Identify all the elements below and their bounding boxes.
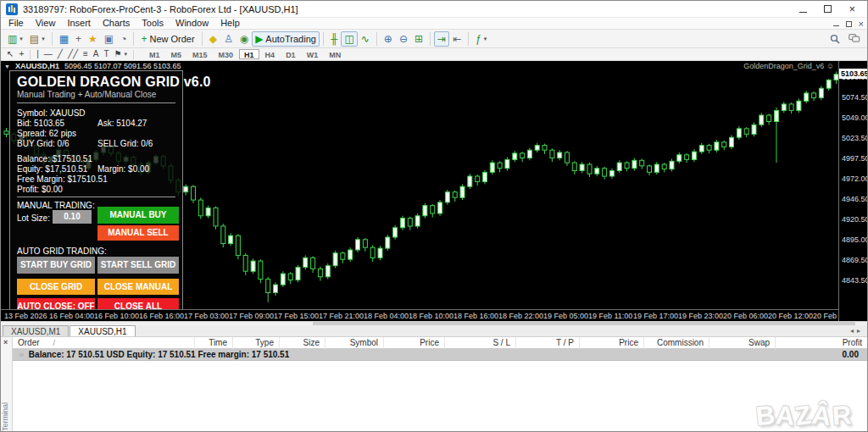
close-manual-button[interactable]: CLOSE MANUAL bbox=[97, 279, 179, 295]
chart-close-icon[interactable]: × bbox=[859, 20, 864, 27]
chart-area[interactable]: ▼ XAUUSD,H1 5096.45 5107.07 5091.56 5103… bbox=[1, 61, 839, 321]
new-order-button-label: New Order bbox=[149, 34, 194, 44]
dropdown-caret-icon[interactable]: ▾ bbox=[19, 36, 23, 42]
collapse-triangle-icon[interactable]: ▼ bbox=[4, 64, 10, 69]
close-icon[interactable]: × bbox=[849, 5, 855, 14]
current-price-box: 5103.65 bbox=[839, 69, 867, 79]
menu-item-help[interactable]: Help bbox=[214, 18, 246, 29]
menu-item-charts[interactable]: Charts bbox=[97, 18, 136, 29]
column-header-t-p[interactable]: T / P bbox=[516, 337, 580, 349]
column-header-s-l[interactable]: S / L bbox=[445, 337, 516, 349]
search-icon[interactable] bbox=[830, 34, 840, 44]
navigator-icon[interactable]: ★ bbox=[85, 31, 101, 47]
timeframe-m1[interactable]: M1 bbox=[144, 49, 165, 59]
price-tick: 4920.50 bbox=[842, 215, 868, 224]
start-buy-grid-button[interactable]: START BUY GRID bbox=[17, 257, 95, 274]
column-header-price[interactable]: Price bbox=[384, 337, 445, 349]
timeframe-h4[interactable]: H4 bbox=[260, 49, 281, 59]
profiles-icon[interactable]: ▤▾ bbox=[26, 31, 48, 47]
menu-item-window[interactable]: Window bbox=[170, 18, 214, 29]
terminal-icon[interactable]: ▣ bbox=[101, 31, 117, 47]
lot-size-input[interactable]: 0.10 bbox=[53, 210, 92, 224]
timeframe-d1[interactable]: D1 bbox=[281, 49, 301, 59]
community-icon[interactable]: ◉ bbox=[236, 31, 252, 47]
line-chart-icon[interactable]: ∿ bbox=[358, 31, 373, 47]
autotrading-button[interactable]: ▶AutoTrading bbox=[252, 31, 320, 47]
candlestick-chart-icon[interactable]: ◫ bbox=[341, 31, 357, 47]
price-axis[interactable]: 5103.65 5100.005074.505049.005023.504997… bbox=[839, 61, 867, 321]
chart-tab-xauusd-h1[interactable]: XAUUSD,H1 bbox=[70, 325, 135, 336]
time-axis[interactable]: 13 Feb 202616 Feb 04:0016 Feb 10:0016 Fe… bbox=[1, 309, 838, 321]
text-icon[interactable]: A bbox=[91, 49, 102, 60]
menu-item-insert[interactable]: Insert bbox=[61, 18, 97, 29]
panel-free-margin: Free Margin: $17510.51 bbox=[17, 174, 108, 184]
trendline-icon[interactable]: ╱ bbox=[55, 49, 65, 60]
column-header-profit[interactable]: Profit bbox=[776, 337, 867, 349]
new-order-button[interactable]: +New Order bbox=[137, 31, 198, 47]
title-bar[interactable]: 33189797: RoboForex-ProCent-3 - RoboFore… bbox=[1, 1, 867, 18]
horizontal-line-icon[interactable]: — bbox=[42, 49, 55, 60]
metaeditor-icon[interactable]: ◆ bbox=[206, 31, 220, 47]
arrows-tool-icon[interactable]: ⚑▾ bbox=[112, 49, 130, 60]
channel-icon[interactable]: ╱╱ bbox=[65, 49, 81, 60]
chart-tab-xauusd-m1[interactable]: XAUUSD,M1 bbox=[3, 325, 69, 336]
chart-shift-icon[interactable]: ⇤ bbox=[449, 31, 465, 47]
timeframe-h1[interactable]: H1 bbox=[239, 49, 259, 59]
column-header-symbol[interactable]: Symbol bbox=[326, 337, 384, 349]
start-sell-grid-button[interactable]: START SELL GRID bbox=[97, 257, 179, 274]
maximize-icon[interactable] bbox=[824, 5, 832, 13]
column-header-swap[interactable]: Swap bbox=[709, 337, 776, 349]
metaeditor-icon: ◆ bbox=[209, 34, 217, 44]
menu-item-file[interactable]: File bbox=[3, 18, 30, 29]
toolbar-separator bbox=[30, 50, 31, 59]
dropdown-caret-icon[interactable]: ▾ bbox=[125, 51, 128, 58]
terminal-icon: ▣ bbox=[104, 34, 114, 44]
vertical-line-icon[interactable]: | bbox=[34, 49, 42, 60]
chart-minimize-icon[interactable] bbox=[833, 21, 839, 26]
manual-buy-button[interactable]: MANUAL BUY bbox=[97, 207, 179, 224]
label-icon[interactable]: T bbox=[101, 49, 111, 60]
timeframe-w1[interactable]: W1 bbox=[302, 49, 324, 59]
data-window-icon[interactable]: + bbox=[72, 31, 85, 47]
close-grid-button[interactable]: CLOSE GRID bbox=[17, 279, 95, 295]
menu-item-tools[interactable]: Tools bbox=[136, 18, 170, 29]
auto-scroll-icon[interactable]: ⇥ bbox=[434, 31, 449, 47]
time-tick: 17 Feb 09:00 bbox=[229, 312, 274, 320]
experts-icon[interactable]: ♙ bbox=[220, 31, 236, 47]
manual-sell-button[interactable]: MANUAL SELL bbox=[97, 225, 179, 241]
tab-scroll-arrows[interactable]: ◂▸ bbox=[850, 327, 864, 335]
timeframe-m30[interactable]: M30 bbox=[214, 49, 239, 59]
new-chart-icon[interactable]: ▥▾ bbox=[4, 31, 26, 47]
tile-windows-icon[interactable]: ⊞ bbox=[411, 31, 426, 47]
crosshair-icon[interactable]: + bbox=[16, 49, 26, 60]
column-header-size[interactable]: Size bbox=[280, 337, 326, 349]
chart-shift-icon: ⇤ bbox=[453, 34, 461, 44]
indicators-icon[interactable]: ƒ▾ bbox=[472, 31, 490, 47]
chat-icon[interactable] bbox=[849, 34, 860, 43]
time-tick: 18 Feb 04:00 bbox=[364, 312, 409, 320]
timeframe-m15[interactable]: M15 bbox=[187, 49, 213, 59]
menu-item-view[interactable]: View bbox=[30, 18, 62, 29]
zoom-out-icon[interactable]: ⊖ bbox=[396, 31, 411, 47]
dropdown-caret-icon[interactable]: ▾ bbox=[42, 36, 45, 42]
timeframe-mn[interactable]: MN bbox=[324, 49, 346, 59]
dropdown-caret-icon[interactable]: ▾ bbox=[484, 36, 487, 42]
column-header-type[interactable]: Type bbox=[233, 337, 280, 349]
chart-restore-icon[interactable] bbox=[846, 21, 852, 27]
column-header-time[interactable]: Time bbox=[195, 337, 233, 349]
timeframe-m5[interactable]: M5 bbox=[166, 49, 187, 59]
column-header-price[interactable]: Price bbox=[580, 337, 644, 349]
bar-chart-icon[interactable]: ╫ bbox=[327, 31, 342, 47]
time-tick: 16 Feb 04:00 bbox=[49, 312, 94, 320]
zoom-in-icon[interactable]: ⊕ bbox=[381, 31, 396, 47]
column-header-commission[interactable]: Commission bbox=[644, 337, 709, 349]
balance-row[interactable]: ○ Balance: 17 510.51 USD Equity: 17 510.… bbox=[13, 349, 867, 361]
cursor-icon[interactable]: ↖ bbox=[4, 49, 16, 60]
terminal-close-icon[interactable]: × bbox=[3, 338, 8, 346]
strategy-tester-icon[interactable]: ◔ bbox=[117, 31, 130, 47]
minimize-icon[interactable] bbox=[799, 6, 807, 13]
line-chart-icon: ∿ bbox=[361, 34, 370, 44]
column-header-order[interactable]: Order/ bbox=[13, 337, 195, 349]
fibonacci-icon[interactable]: ≡ bbox=[81, 49, 91, 60]
market-watch-icon[interactable]: ▦ bbox=[56, 31, 72, 47]
